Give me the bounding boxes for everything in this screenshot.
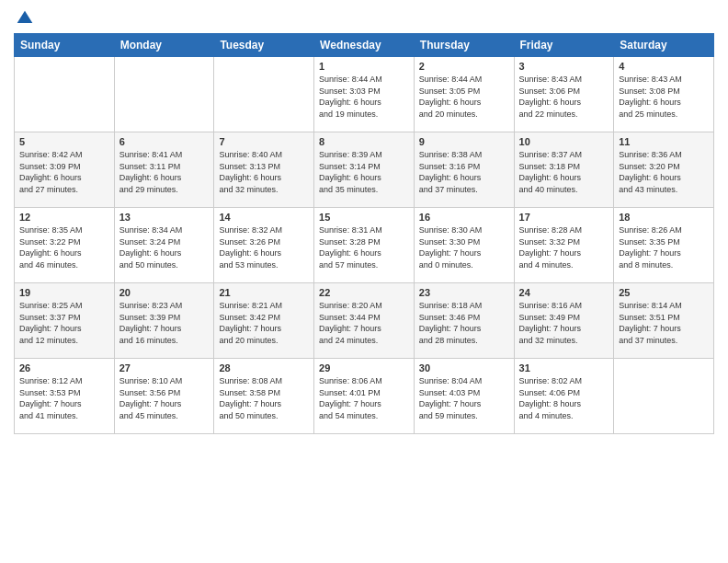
header	[14, 9, 714, 28]
weekday-header-tuesday: Tuesday	[214, 34, 314, 57]
day-cell: 4Sunrise: 8:43 AM Sunset: 3:08 PM Daylig…	[614, 57, 714, 132]
weekday-header-wednesday: Wednesday	[314, 34, 415, 57]
day-cell: 10Sunrise: 8:37 AM Sunset: 3:18 PM Dayli…	[514, 132, 614, 208]
day-cell: 16Sunrise: 8:30 AM Sunset: 3:30 PM Dayli…	[414, 208, 514, 283]
day-number: 19	[19, 287, 109, 298]
day-info: Sunrise: 8:44 AM Sunset: 3:03 PM Dayligh…	[319, 74, 409, 120]
day-cell: 6Sunrise: 8:41 AM Sunset: 3:11 PM Daylig…	[114, 132, 214, 208]
day-info: Sunrise: 8:43 AM Sunset: 3:06 PM Dayligh…	[519, 74, 609, 120]
day-info: Sunrise: 8:37 AM Sunset: 3:18 PM Dayligh…	[519, 149, 609, 195]
day-cell: 17Sunrise: 8:28 AM Sunset: 3:32 PM Dayli…	[514, 208, 614, 283]
logo-icon	[16, 9, 34, 28]
day-info: Sunrise: 8:16 AM Sunset: 3:49 PM Dayligh…	[519, 300, 609, 346]
day-cell: 25Sunrise: 8:14 AM Sunset: 3:51 PM Dayli…	[614, 283, 714, 359]
day-info: Sunrise: 8:12 AM Sunset: 3:53 PM Dayligh…	[19, 375, 109, 421]
day-cell: 5Sunrise: 8:42 AM Sunset: 3:09 PM Daylig…	[15, 132, 115, 208]
week-row-1: 1Sunrise: 8:44 AM Sunset: 3:03 PM Daylig…	[15, 57, 714, 132]
day-cell: 19Sunrise: 8:25 AM Sunset: 3:37 PM Dayli…	[15, 283, 115, 359]
day-cell: 31Sunrise: 8:02 AM Sunset: 4:06 PM Dayli…	[514, 359, 614, 434]
day-cell: 27Sunrise: 8:10 AM Sunset: 3:56 PM Dayli…	[114, 359, 214, 434]
weekday-header-monday: Monday	[114, 34, 214, 57]
day-number: 2	[419, 61, 509, 72]
day-info: Sunrise: 8:40 AM Sunset: 3:13 PM Dayligh…	[219, 149, 309, 195]
day-number: 28	[219, 362, 309, 373]
day-cell: 11Sunrise: 8:36 AM Sunset: 3:20 PM Dayli…	[614, 132, 714, 208]
day-number: 30	[419, 362, 509, 373]
week-row-5: 26Sunrise: 8:12 AM Sunset: 3:53 PM Dayli…	[15, 359, 714, 434]
day-info: Sunrise: 8:31 AM Sunset: 3:28 PM Dayligh…	[319, 224, 409, 270]
day-info: Sunrise: 8:14 AM Sunset: 3:51 PM Dayligh…	[619, 300, 709, 346]
day-number: 6	[119, 136, 210, 147]
day-cell: 18Sunrise: 8:26 AM Sunset: 3:35 PM Dayli…	[614, 208, 714, 283]
day-info: Sunrise: 8:23 AM Sunset: 3:39 PM Dayligh…	[119, 300, 210, 346]
day-info: Sunrise: 8:36 AM Sunset: 3:20 PM Dayligh…	[619, 149, 709, 195]
day-info: Sunrise: 8:21 AM Sunset: 3:42 PM Dayligh…	[219, 300, 309, 346]
week-row-2: 5Sunrise: 8:42 AM Sunset: 3:09 PM Daylig…	[15, 132, 714, 208]
day-info: Sunrise: 8:28 AM Sunset: 3:32 PM Dayligh…	[519, 224, 609, 270]
day-number: 12	[19, 212, 109, 223]
day-info: Sunrise: 8:18 AM Sunset: 3:46 PM Dayligh…	[419, 300, 509, 346]
day-number: 4	[619, 61, 709, 72]
day-info: Sunrise: 8:39 AM Sunset: 3:14 PM Dayligh…	[319, 149, 409, 195]
day-info: Sunrise: 8:34 AM Sunset: 3:24 PM Dayligh…	[119, 224, 210, 270]
day-info: Sunrise: 8:30 AM Sunset: 3:30 PM Dayligh…	[419, 224, 509, 270]
day-info: Sunrise: 8:44 AM Sunset: 3:05 PM Dayligh…	[419, 74, 509, 120]
weekday-header-saturday: Saturday	[614, 34, 714, 57]
weekday-header-row: SundayMondayTuesdayWednesdayThursdayFrid…	[15, 34, 714, 57]
day-number: 24	[519, 287, 609, 298]
day-cell: 15Sunrise: 8:31 AM Sunset: 3:28 PM Dayli…	[314, 208, 415, 283]
weekday-header-friday: Friday	[514, 34, 614, 57]
day-cell: 28Sunrise: 8:08 AM Sunset: 3:58 PM Dayli…	[214, 359, 314, 434]
day-info: Sunrise: 8:25 AM Sunset: 3:37 PM Dayligh…	[19, 300, 109, 346]
day-number: 8	[319, 136, 409, 147]
day-cell: 2Sunrise: 8:44 AM Sunset: 3:05 PM Daylig…	[414, 57, 514, 132]
logo	[14, 9, 34, 28]
weekday-header-sunday: Sunday	[15, 34, 115, 57]
day-number: 15	[319, 212, 409, 223]
day-number: 17	[519, 212, 609, 223]
day-cell: 26Sunrise: 8:12 AM Sunset: 3:53 PM Dayli…	[15, 359, 115, 434]
day-number: 18	[619, 212, 709, 223]
svg-marker-0	[17, 11, 33, 23]
day-number: 1	[319, 61, 409, 72]
calendar-table: SundayMondayTuesdayWednesdayThursdayFrid…	[14, 33, 714, 434]
week-row-3: 12Sunrise: 8:35 AM Sunset: 3:22 PM Dayli…	[15, 208, 714, 283]
day-number: 10	[519, 136, 609, 147]
weekday-header-thursday: Thursday	[414, 34, 514, 57]
day-number: 7	[219, 136, 309, 147]
day-number: 20	[119, 287, 210, 298]
day-number: 22	[319, 287, 409, 298]
day-cell: 13Sunrise: 8:34 AM Sunset: 3:24 PM Dayli…	[114, 208, 214, 283]
day-info: Sunrise: 8:04 AM Sunset: 4:03 PM Dayligh…	[419, 375, 509, 421]
day-cell: 20Sunrise: 8:23 AM Sunset: 3:39 PM Dayli…	[114, 283, 214, 359]
day-cell: 22Sunrise: 8:20 AM Sunset: 3:44 PM Dayli…	[314, 283, 415, 359]
day-info: Sunrise: 8:42 AM Sunset: 3:09 PM Dayligh…	[19, 149, 109, 195]
day-number: 9	[419, 136, 509, 147]
day-number: 27	[119, 362, 210, 373]
day-cell	[114, 57, 214, 132]
day-number: 23	[419, 287, 509, 298]
day-info: Sunrise: 8:41 AM Sunset: 3:11 PM Dayligh…	[119, 149, 210, 195]
day-cell	[15, 57, 115, 132]
day-info: Sunrise: 8:32 AM Sunset: 3:26 PM Dayligh…	[219, 224, 309, 270]
day-cell: 7Sunrise: 8:40 AM Sunset: 3:13 PM Daylig…	[214, 132, 314, 208]
day-cell: 21Sunrise: 8:21 AM Sunset: 3:42 PM Dayli…	[214, 283, 314, 359]
day-cell: 8Sunrise: 8:39 AM Sunset: 3:14 PM Daylig…	[314, 132, 415, 208]
day-cell: 1Sunrise: 8:44 AM Sunset: 3:03 PM Daylig…	[314, 57, 415, 132]
day-cell: 29Sunrise: 8:06 AM Sunset: 4:01 PM Dayli…	[314, 359, 415, 434]
calendar-container: SundayMondayTuesdayWednesdayThursdayFrid…	[0, 0, 728, 443]
day-number: 26	[19, 362, 109, 373]
day-info: Sunrise: 8:35 AM Sunset: 3:22 PM Dayligh…	[19, 224, 109, 270]
day-info: Sunrise: 8:20 AM Sunset: 3:44 PM Dayligh…	[319, 300, 409, 346]
day-number: 3	[519, 61, 609, 72]
day-number: 25	[619, 287, 709, 298]
day-number: 16	[419, 212, 509, 223]
day-number: 13	[119, 212, 210, 223]
day-number: 11	[619, 136, 709, 147]
day-cell: 23Sunrise: 8:18 AM Sunset: 3:46 PM Dayli…	[414, 283, 514, 359]
day-cell: 12Sunrise: 8:35 AM Sunset: 3:22 PM Dayli…	[15, 208, 115, 283]
day-info: Sunrise: 8:08 AM Sunset: 3:58 PM Dayligh…	[219, 375, 309, 421]
day-number: 31	[519, 362, 609, 373]
day-cell: 9Sunrise: 8:38 AM Sunset: 3:16 PM Daylig…	[414, 132, 514, 208]
day-cell	[614, 359, 714, 434]
